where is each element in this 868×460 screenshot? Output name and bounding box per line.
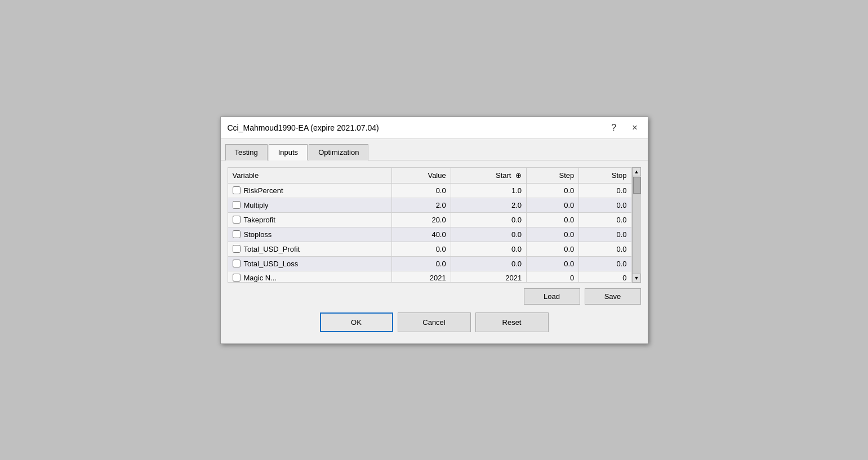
partial-start-cell: 2021 (451, 271, 526, 282)
row-checkbox[interactable] (233, 186, 241, 194)
col-header-step: Step (527, 167, 579, 183)
stop-cell: 0.0 (579, 256, 631, 271)
value-cell: 0.0 (391, 183, 451, 198)
table-scroll-area: Variable Value Start ⊕ Step (228, 167, 641, 283)
table-row: Total_USD_Loss 0.00.00.00.0 (228, 256, 631, 271)
stop-cell: 0.0 (579, 198, 631, 212)
step-cell: 0.0 (527, 198, 579, 212)
variable-cell: Stoploss (228, 227, 391, 242)
col-header-start[interactable]: Start ⊕ (451, 167, 526, 183)
inputs-table: Variable Value Start ⊕ Step (228, 167, 632, 283)
resize-cursor-icon: ⊕ (515, 171, 522, 180)
reset-button[interactable]: Reset (475, 312, 549, 332)
step-cell: 0.0 (527, 242, 579, 256)
start-cell: 2.0 (451, 198, 526, 212)
main-window: Cci_Mahmoud1990-EA (expire 2021.07.04) ?… (220, 117, 648, 344)
stop-cell: 0.0 (579, 242, 631, 256)
partial-table-row: Magic N... 2021 2021 0 0 (228, 271, 631, 282)
col-header-value: Value (391, 167, 451, 183)
load-button[interactable]: Load (524, 288, 580, 305)
help-button[interactable]: ? (608, 122, 620, 134)
row-checkbox[interactable] (233, 245, 241, 253)
tab-testing[interactable]: Testing (225, 144, 268, 160)
window-body: Variable Value Start ⊕ Step (221, 160, 648, 343)
variable-name: Stoploss (244, 230, 272, 239)
partial-row-checkbox[interactable] (233, 274, 241, 282)
title-bar: Cci_Mahmoud1990-EA (expire 2021.07.04) ?… (221, 117, 648, 139)
step-cell: 0.0 (527, 227, 579, 242)
start-cell: 0.0 (451, 256, 526, 271)
stop-cell: 0.0 (579, 212, 631, 227)
row-checkbox[interactable] (233, 201, 241, 209)
value-cell: 40.0 (391, 227, 451, 242)
start-cell: 0.0 (451, 242, 526, 256)
col-header-stop: Stop (579, 167, 631, 183)
row-checkbox[interactable] (233, 260, 241, 267)
variable-name: Takeprofit (244, 216, 275, 224)
table-row: RiskPercent 0.01.00.00.0 (228, 183, 631, 198)
partial-value-cell: 2021 (391, 271, 451, 282)
variable-name: RiskPercent (244, 186, 283, 195)
footer-row: OK Cancel Reset (228, 307, 641, 337)
cancel-button[interactable]: Cancel (398, 312, 471, 332)
row-checkbox[interactable] (233, 230, 241, 238)
title-bar-controls: ? × (608, 122, 640, 134)
value-cell: 0.0 (391, 242, 451, 256)
table-row: Stoploss 40.00.00.00.0 (228, 227, 631, 242)
partial-stop-cell: 0 (579, 271, 631, 282)
variable-cell: Total_USD_Profit (228, 242, 391, 256)
tab-optimization[interactable]: Optimization (309, 144, 368, 160)
value-cell: 0.0 (391, 256, 451, 271)
col-header-variable: Variable (228, 167, 391, 183)
start-cell: 0.0 (451, 212, 526, 227)
scroll-thumb[interactable] (633, 177, 641, 194)
partial-step-cell: 0 (527, 271, 579, 282)
step-cell: 0.0 (527, 212, 579, 227)
partial-variable-name: Magic N... (244, 274, 277, 282)
scroll-down-button[interactable]: ▼ (632, 274, 641, 283)
table-row: Multiply 2.02.00.00.0 (228, 198, 631, 212)
action-row: Load Save (228, 283, 641, 307)
scroll-up-button[interactable]: ▲ (632, 167, 641, 176)
partial-variable-cell: Magic N... (228, 271, 391, 282)
window-title: Cci_Mahmoud1990-EA (expire 2021.07.04) (228, 123, 379, 132)
table-row: Total_USD_Profit 0.00.00.00.0 (228, 242, 631, 256)
start-cell: 0.0 (451, 227, 526, 242)
tab-bar: Testing Inputs Optimization (221, 139, 648, 160)
tab-inputs[interactable]: Inputs (269, 144, 308, 160)
value-cell: 2.0 (391, 198, 451, 212)
variable-cell: Total_USD_Loss (228, 256, 391, 271)
table-row: Takeprofit 20.00.00.00.0 (228, 212, 631, 227)
variable-cell: Multiply (228, 198, 391, 212)
stop-cell: 0.0 (579, 227, 631, 242)
vertical-scrollbar[interactable]: ▲ ▼ (632, 167, 641, 283)
save-button[interactable]: Save (585, 288, 641, 305)
step-cell: 0.0 (527, 256, 579, 271)
ok-button[interactable]: OK (320, 312, 393, 332)
variable-name: Total_USD_Profit (244, 245, 300, 253)
table-wrapper: Variable Value Start ⊕ Step (228, 167, 641, 283)
variable-cell: Takeprofit (228, 212, 391, 227)
row-checkbox[interactable] (233, 216, 241, 224)
stop-cell: 0.0 (579, 183, 631, 198)
value-cell: 20.0 (391, 212, 451, 227)
variable-name: Multiply (244, 201, 269, 209)
variable-cell: RiskPercent (228, 183, 391, 198)
scroll-track[interactable] (633, 176, 641, 274)
start-cell: 1.0 (451, 183, 526, 198)
variable-name: Total_USD_Loss (244, 260, 299, 268)
close-button[interactable]: × (629, 122, 640, 134)
step-cell: 0.0 (527, 183, 579, 198)
